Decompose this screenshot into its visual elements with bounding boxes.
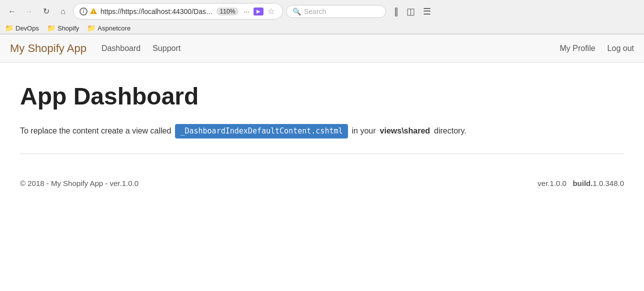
description-before: To replace the content create a view cal… — [20, 125, 171, 137]
folder-icon: 📁 — [5, 24, 14, 32]
footer-build-value: 1.0.348.0 — [592, 179, 624, 188]
footer-build-label: build. — [572, 179, 592, 188]
url-host: https://localhost:44300/Dashb — [122, 8, 214, 16]
pocket-icon[interactable]: ▶ — [254, 8, 264, 16]
library-icon[interactable]: ‖ — [392, 5, 400, 18]
folder-icon: 📁 — [87, 24, 96, 32]
footer-ver-value: 1.0.0 — [550, 179, 566, 188]
home-button[interactable]: ⌂ — [56, 4, 70, 18]
address-bar[interactable]: i ! https://https://localhost:44300/Dash… — [73, 3, 283, 20]
nav-link-support[interactable]: Support — [152, 44, 180, 53]
description-end: directory. — [434, 125, 466, 137]
nav-link-my-profile[interactable]: My Profile — [560, 44, 595, 53]
bookmark-devops[interactable]: 📁 DevOps — [5, 24, 39, 32]
content-divider — [20, 154, 624, 154]
forward-button[interactable]: → — [22, 4, 36, 18]
search-bar[interactable]: 🔍 Search — [286, 5, 386, 18]
bookmark-star-button[interactable]: ☆ — [266, 6, 276, 17]
footer-version: ver.1.0.0 build.1.0.348.0 — [538, 179, 624, 188]
app-navbar: My Shopify App Dashboard Support My Prof… — [0, 34, 644, 62]
browser-chrome: ← → ↻ ⌂ i ! https://https://localhost:44… — [0, 0, 644, 34]
footer-ver-label: ver. — [538, 179, 550, 188]
warning-icon: ! — [90, 8, 98, 16]
app-brand[interactable]: My Shopify App — [10, 42, 86, 55]
page-description: To replace the content create a view cal… — [20, 124, 624, 138]
bookmark-label: Shopify — [58, 24, 79, 32]
browser-right-icons: ‖ ◫ ☰ — [392, 5, 433, 18]
url-protocol: https:// — [100, 8, 122, 16]
bookmark-shopify[interactable]: 📁 Shopify — [47, 24, 79, 32]
bookmark-aspnetcore[interactable]: 📁 Aspnetcore — [87, 24, 130, 32]
page-title: App Dashboard — [20, 82, 624, 110]
app-nav-links: Dashboard Support — [102, 44, 560, 53]
address-security-icons: i ! — [80, 8, 98, 16]
app-nav-right: My Profile Log out — [560, 44, 634, 53]
search-icon: 🔍 — [292, 8, 301, 16]
menu-icon[interactable]: ☰ — [421, 5, 433, 18]
bold-path: views\shared — [380, 125, 430, 137]
app-wrapper: My Shopify App Dashboard Support My Prof… — [0, 34, 644, 198]
bookmarks-bar: 📁 DevOps 📁 Shopify 📁 Aspnetcore — [0, 22, 644, 34]
svg-text:!: ! — [93, 10, 94, 14]
folder-icon: 📁 — [47, 24, 56, 32]
url-text: https://https://localhost:44300/Dashb — [100, 8, 214, 16]
nav-link-logout[interactable]: Log out — [608, 44, 634, 53]
footer-copyright: © 2018 - My Shopify App - ver.1.0.0 — [20, 179, 138, 188]
app-main: App Dashboard To replace the content cre… — [0, 62, 644, 169]
nav-link-dashboard[interactable]: Dashboard — [102, 44, 140, 53]
browser-toolbar: ← → ↻ ⌂ i ! https://https://localhost:44… — [0, 0, 644, 22]
address-actions: ··· ▶ ☆ — [242, 6, 276, 17]
search-placeholder: Search — [304, 8, 326, 16]
bookmark-label: DevOps — [16, 24, 39, 32]
info-icon: i — [80, 8, 88, 16]
more-button[interactable]: ··· — [242, 6, 252, 16]
description-after: in your — [352, 125, 376, 137]
back-button[interactable]: ← — [5, 4, 19, 18]
app-footer: © 2018 - My Shopify App - ver.1.0.0 ver.… — [0, 169, 644, 198]
bookmark-label: Aspnetcore — [98, 24, 130, 32]
zoom-badge: 110% — [216, 8, 239, 16]
code-badge: _DashboardIndexDefaultContent.cshtml — [175, 124, 348, 138]
reload-button[interactable]: ↻ — [39, 4, 53, 18]
sidebar-icon[interactable]: ◫ — [404, 5, 417, 18]
